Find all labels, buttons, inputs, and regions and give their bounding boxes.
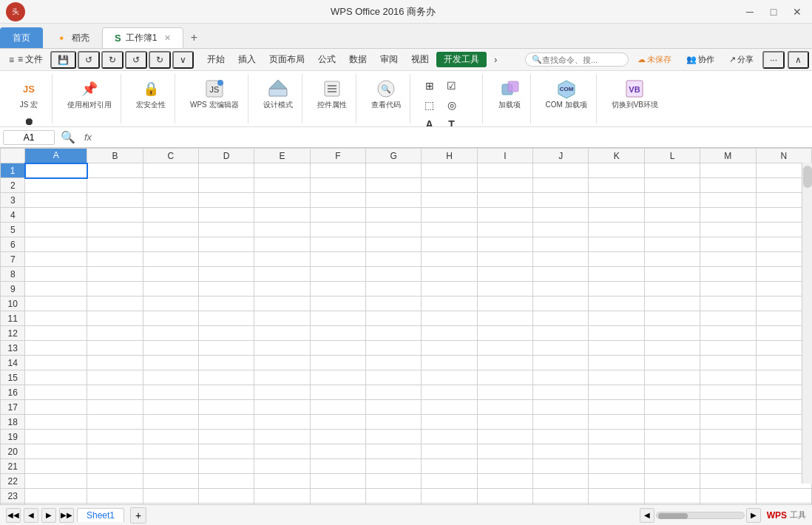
cell-L3[interactable] [644,193,700,208]
save-icon-btn[interactable]: 💾 [50,51,76,69]
cell-C16[interactable] [143,385,198,400]
add-sheet-button[interactable]: + [130,507,146,524]
cell-F1[interactable] [310,163,365,178]
cell-M7[interactable] [700,252,756,267]
cell-B18[interactable] [87,415,143,430]
cell-L8[interactable] [644,267,700,282]
cell-D21[interactable] [198,459,254,474]
cell-B9[interactable] [87,282,143,297]
cell-F15[interactable] [310,370,365,385]
formula-input[interactable] [98,131,809,144]
cell-D3[interactable] [198,193,254,208]
tab-close-icon[interactable]: ✕ [164,33,171,43]
cell-G5[interactable] [366,223,422,237]
cell-M11[interactable] [700,311,756,326]
control-btn-3[interactable]: ⬚ [419,96,440,114]
h-scroll-left[interactable]: ◀ [640,508,654,523]
row-header-18[interactable]: 18 [1,415,25,430]
cell-F24[interactable] [310,504,365,505]
cell-H20[interactable] [422,444,477,459]
wps-editor-button[interactable]: JS WPS 宏编辑器 [187,75,242,111]
cell-K8[interactable] [589,267,644,282]
cell-J4[interactable] [533,208,589,223]
cell-J5[interactable] [533,223,589,237]
cell-G20[interactable] [366,444,422,459]
cell-G22[interactable] [366,474,422,489]
cell-K5[interactable] [589,223,644,237]
cell-G2[interactable] [366,178,422,193]
cell-I23[interactable] [477,489,532,504]
cell-I7[interactable] [477,252,532,267]
cell-M18[interactable] [700,415,756,430]
cell-J18[interactable] [533,415,589,430]
cell-M2[interactable] [700,178,756,193]
cell-B15[interactable] [87,370,143,385]
cell-A5[interactable] [25,223,87,237]
cell-I12[interactable] [477,326,532,341]
row-header-5[interactable]: 5 [1,223,25,237]
cell-G13[interactable] [366,341,422,356]
cell-B24[interactable] [87,504,143,505]
cell-I24[interactable] [477,504,532,505]
cell-A3[interactable] [25,193,87,208]
cell-E5[interactable] [254,223,310,237]
row-header-10[interactable]: 10 [1,297,25,311]
cell-I10[interactable] [477,297,532,311]
redo-btn2[interactable]: ↻ [149,51,171,69]
cell-H21[interactable] [422,459,477,474]
row-header-14[interactable]: 14 [1,356,25,370]
cell-M24[interactable] [700,504,756,505]
minimize-button[interactable]: ─ [741,3,759,21]
ribbon-tab-shuju[interactable]: 数据 [343,51,373,68]
cell-C13[interactable] [143,341,198,356]
cell-A16[interactable] [25,385,87,400]
cell-M9[interactable] [700,282,756,297]
cell-K13[interactable] [589,341,644,356]
cell-K14[interactable] [589,356,644,370]
cell-F11[interactable] [310,311,365,326]
cell-C3[interactable] [143,193,198,208]
cell-I11[interactable] [477,311,532,326]
cell-A17[interactable] [25,400,87,415]
row-header-7[interactable]: 7 [1,252,25,267]
cell-M14[interactable] [700,356,756,370]
cell-G15[interactable] [366,370,422,385]
cell-A7[interactable] [25,252,87,267]
row-header-12[interactable]: 12 [1,326,25,341]
cell-L17[interactable] [644,400,700,415]
sheet-nav-next[interactable]: ▶ [41,508,56,523]
cell-B17[interactable] [87,400,143,415]
sheet-nav-prev[interactable]: ◀ [24,508,38,523]
cell-B21[interactable] [87,459,143,474]
cell-H17[interactable] [422,400,477,415]
cell-E13[interactable] [254,341,310,356]
cell-G19[interactable] [366,430,422,444]
ribbon-tab-kaifa[interactable]: 开发工具 [436,52,487,67]
cell-reference-input[interactable] [3,130,55,145]
cell-F19[interactable] [310,430,365,444]
cell-I17[interactable] [477,400,532,415]
row-header-6[interactable]: 6 [1,237,25,252]
cell-D24[interactable] [198,504,254,505]
cell-J12[interactable] [533,326,589,341]
cell-M12[interactable] [700,326,756,341]
cell-I13[interactable] [477,341,532,356]
cell-D14[interactable] [198,356,254,370]
cell-F17[interactable] [310,400,365,415]
cell-G23[interactable] [366,489,422,504]
cell-J8[interactable] [533,267,589,282]
cell-C7[interactable] [143,252,198,267]
unsaved-button[interactable]: ☁ 未保存 [632,52,677,67]
cell-B22[interactable] [87,474,143,489]
cell-A12[interactable] [25,326,87,341]
cell-M5[interactable] [700,223,756,237]
cell-M16[interactable] [700,385,756,400]
cell-E15[interactable] [254,370,310,385]
col-header-k[interactable]: K [589,149,644,163]
cell-E1[interactable] [254,163,310,178]
js-macro-button[interactable]: JS JS 宏 [14,75,44,111]
cell-A18[interactable] [25,415,87,430]
cell-H6[interactable] [422,237,477,252]
cell-K24[interactable] [589,504,644,505]
cell-B6[interactable] [87,237,143,252]
